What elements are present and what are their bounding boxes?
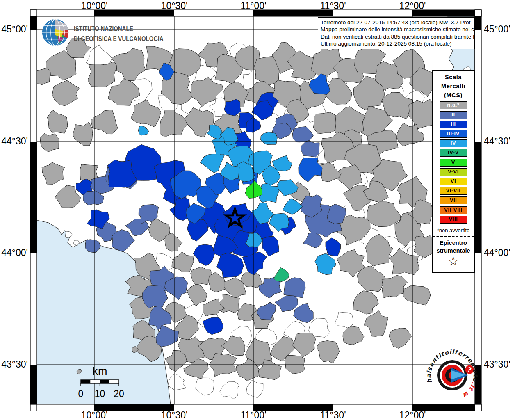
legend-item-na: n.a.* <box>440 101 467 109</box>
municipality-region-na <box>131 100 161 127</box>
municipality-region-na <box>389 328 412 349</box>
legend: Scala Mercalli (MCS) n.a.*IIIIIIII-IVIVI… <box>432 70 475 273</box>
axis-label-bottom: 12°00' <box>399 410 426 420</box>
epicenter-star-symbol: ☆ <box>433 254 474 269</box>
municipality-region-na <box>73 122 93 146</box>
municipality-region-IV <box>283 199 302 214</box>
axis-label-left: 43°30' <box>0 359 28 370</box>
scale-bar-tick-label: 0 <box>78 388 84 399</box>
municipality-region-na <box>40 133 59 152</box>
info-line: Dati non verificati estratti da 885 ques… <box>321 33 472 40</box>
municipality-region-II <box>292 127 313 142</box>
municipality-region-III <box>217 253 244 278</box>
axis-label-top: 10°30' <box>161 0 188 11</box>
municipality-region-na <box>221 336 245 356</box>
ingv-logo: ISTITUTO NAZIONALE DI GEOFISICA E VULCAN… <box>41 18 186 47</box>
scale-bar-tick-label: 20 <box>114 388 124 399</box>
legend-item-iv: IV <box>440 139 467 147</box>
ingv-logo-line2: DI GEOFISICA E VULCANOLOGIA <box>74 34 164 44</box>
municipality-region-nd <box>220 381 239 399</box>
municipality-region-III <box>187 219 208 241</box>
municipality-region-na <box>313 112 336 134</box>
municipality-region-nd <box>65 232 72 238</box>
municipality-region-na <box>42 162 64 185</box>
info-line: Ultimo aggiornamento: 20-12-2025 08:15 (… <box>321 40 472 47</box>
scale-bar-tick-label: 10 <box>95 388 105 399</box>
macroseismic-intensity-map: km01020?haisentitoilterremoto.it www. IS… <box>0 0 515 420</box>
axis-label-left: 45°00' <box>0 24 28 35</box>
municipality-region-II <box>284 278 305 298</box>
municipality-region-na <box>317 341 340 363</box>
municipality-region-IV <box>200 154 224 173</box>
municipality-region-na <box>165 350 187 372</box>
legend-item-vii: VII <box>440 196 467 204</box>
municipality-region-na <box>91 110 118 134</box>
ingv-globe-icon <box>41 18 70 47</box>
legend-title-line: (MCS) <box>433 91 474 100</box>
municipality-region-III <box>203 317 224 335</box>
legend-title: Scala Mercalli (MCS) <box>433 73 474 100</box>
municipality-region-IV <box>261 132 278 144</box>
legend-item-viiviii: VII-VIII <box>440 206 467 214</box>
info-line: Mappa preliminare delle intensità macros… <box>321 26 472 33</box>
municipality-region-II <box>301 141 319 157</box>
municipality-region-na <box>292 333 316 358</box>
axis-label-bottom: 11°30' <box>320 410 346 420</box>
axis-label-top: 10°00' <box>81 0 108 11</box>
municipality-region-na <box>184 359 208 379</box>
municipality-region-II <box>275 295 298 312</box>
municipality-region-III <box>193 244 214 266</box>
legend-footnote: *non avvertito <box>433 227 474 233</box>
ingv-logo-line1: ISTITUTO NAZIONALE <box>74 25 133 34</box>
municipality-region-na <box>343 326 364 345</box>
municipality-region-na <box>52 80 79 106</box>
municipality-region-na <box>88 61 117 87</box>
legend-title-line: Mercalli <box>433 82 474 91</box>
municipality-region-na <box>403 285 431 305</box>
legend-epicenter-line: Epicentro <box>433 239 474 247</box>
municipality-region-na <box>364 311 388 336</box>
axis-label-right: 43°30' <box>484 359 510 370</box>
axis-label-right: 45°00' <box>484 24 510 35</box>
earthquake-info-box: Terremoto del 22-07-2015 14:57:43 (ora l… <box>318 17 475 49</box>
legend-divider <box>433 236 474 237</box>
municipality-region-nd <box>335 312 353 328</box>
municipality-region-IV <box>139 126 149 135</box>
haisentito-watermark-logo: ?haisentitoilterremoto.it www. <box>424 344 479 399</box>
axis-label-right: 44°30' <box>484 136 510 147</box>
legend-item-iii: III <box>440 121 467 128</box>
municipality-region-na <box>367 202 401 227</box>
municipality-region-nd <box>168 374 186 390</box>
legend-item-ivv: IV-V <box>440 149 467 157</box>
ingv-logo-text: ISTITUTO NAZIONALE DI GEOFISICA E VULCAN… <box>74 25 164 44</box>
municipality-region-II <box>327 204 346 224</box>
municipality-region-nd <box>246 380 263 397</box>
axis-label-top: 11°30' <box>320 0 346 11</box>
legend-item-vi: VI <box>440 178 467 185</box>
municipality-region-na <box>353 291 378 314</box>
axis-label-left: 44°30' <box>0 136 28 147</box>
axis-label-bottom: 10°30' <box>161 410 188 420</box>
legend-items: n.a.*IIIIIIII-IVIVIV-VVV-VIVIVI-VIIVIIVI… <box>433 101 474 223</box>
municipality-region-IV-V <box>274 268 289 282</box>
axis-label-top: 12°00' <box>399 0 426 11</box>
legend-item-vivii: VI-VII <box>440 187 467 195</box>
municipality-region-na <box>160 110 189 137</box>
legend-item-vvi: V-VI <box>440 168 467 176</box>
axis-label-top: 11°00' <box>240 0 266 11</box>
municipality-region-III <box>224 99 241 116</box>
axis-label-bottom: 11°00' <box>240 410 266 420</box>
axis-label-right: 44°00' <box>484 247 510 258</box>
municipality-region-na <box>172 252 194 272</box>
municipality-region-na <box>47 110 67 134</box>
legend-item-v: V <box>440 159 467 167</box>
axis-label-left: 44°00' <box>0 247 28 258</box>
municipality-region-III <box>262 236 279 256</box>
legend-epicenter-line: strumentale <box>433 247 474 255</box>
legend-title-line: Scala <box>433 73 474 82</box>
municipality-region-na <box>165 233 182 251</box>
municipality-region-nd <box>196 378 214 395</box>
legend-item-ii: II <box>440 111 467 119</box>
legend-epicenter-label: Epicentro strumentale <box>433 239 474 255</box>
scale-bar-unit: km <box>93 365 107 377</box>
